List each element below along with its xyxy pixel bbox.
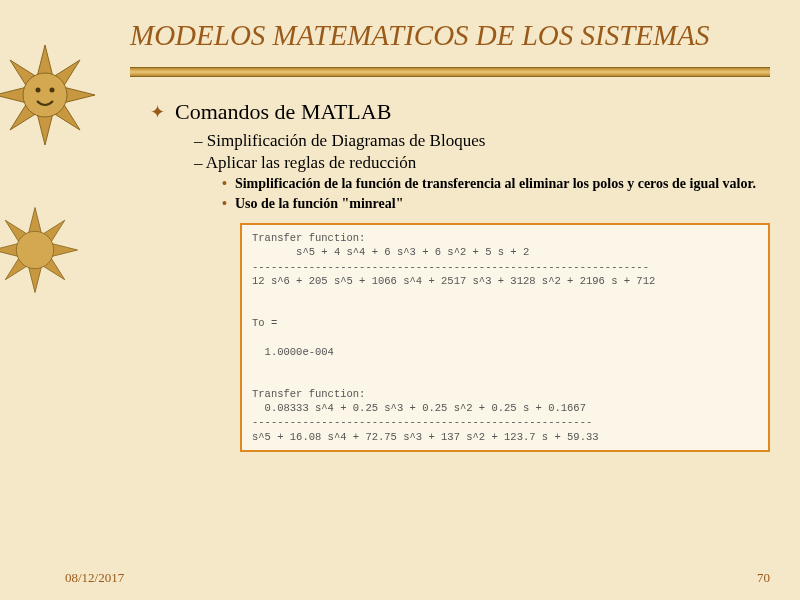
svg-point-0 bbox=[23, 73, 67, 117]
bullet-level2-text: Simplificación de Diagramas de Bloques bbox=[207, 131, 486, 150]
bullet-level2: Aplicar las reglas de reducción bbox=[194, 153, 770, 173]
bullet-level2: Simplificación de Diagramas de Bloques bbox=[194, 131, 770, 151]
bullet-level2-text: Aplicar las reglas de reducción bbox=[206, 153, 417, 172]
bullet-level3-text: Simplificación de la función de transfer… bbox=[235, 175, 756, 193]
star-icon: ✦ bbox=[150, 101, 165, 123]
dot-icon: • bbox=[222, 195, 227, 213]
dot-icon: • bbox=[222, 175, 227, 193]
slide-content: MODELOS MATEMATICOS DE LOS SISTEMAS ✦ Co… bbox=[130, 18, 770, 452]
title-divider bbox=[130, 67, 770, 77]
code-output-box: Transfer function: s^5 + 4 s^4 + 6 s^3 +… bbox=[240, 223, 770, 452]
footer-date: 08/12/2017 bbox=[65, 570, 124, 586]
bullet-level3-text: Uso de la función "minreal" bbox=[235, 195, 404, 213]
slide-body: ✦ Comandos de MATLAB Simplificación de D… bbox=[150, 99, 770, 452]
bullet-level1: ✦ Comandos de MATLAB bbox=[150, 99, 770, 125]
svg-point-2 bbox=[50, 88, 55, 93]
svg-point-3 bbox=[16, 231, 53, 268]
svg-point-1 bbox=[36, 88, 41, 93]
footer-page-number: 70 bbox=[757, 570, 770, 586]
slide-title: MODELOS MATEMATICOS DE LOS SISTEMAS bbox=[130, 18, 770, 53]
bullet-level3: • Simplificación de la función de transf… bbox=[222, 175, 770, 193]
bullet-level3: • Uso de la función "minreal" bbox=[222, 195, 770, 213]
bullet-level1-text: Comandos de MATLAB bbox=[175, 99, 391, 125]
sun-decoration bbox=[0, 40, 120, 390]
